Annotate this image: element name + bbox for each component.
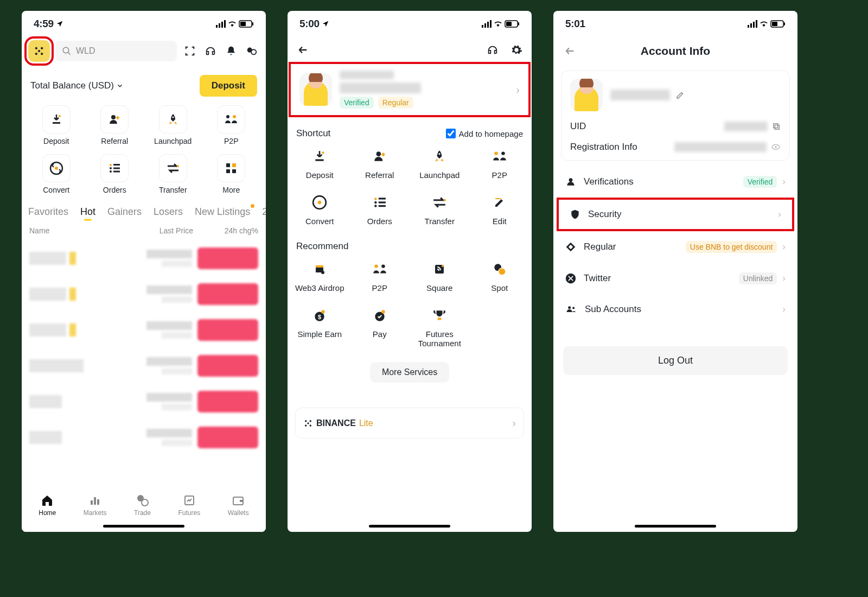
status-time: 5:01 xyxy=(565,18,585,29)
back-button[interactable] xyxy=(295,42,310,58)
location-icon xyxy=(56,20,63,28)
scan-icon xyxy=(184,45,196,57)
profile-card[interactable]: Verified Regular › xyxy=(292,65,527,114)
deposit-icon xyxy=(312,149,327,163)
p2p-icon xyxy=(372,263,387,276)
rc-futures-tournament[interactable]: Futures Tournament xyxy=(410,306,470,348)
headset-icon xyxy=(205,45,216,57)
rc-pay[interactable]: Pay xyxy=(350,306,410,348)
tab-trade[interactable]: Trade xyxy=(134,494,151,517)
tab-favorites[interactable]: Favorites xyxy=(28,206,68,218)
sc-convert[interactable]: Convert xyxy=(290,193,350,226)
tile-deposit[interactable]: Deposit xyxy=(27,105,86,145)
signal-icon xyxy=(482,20,492,28)
item-twitter[interactable]: Twitter Unlinked› xyxy=(553,263,797,294)
tab-losers[interactable]: Losers xyxy=(154,206,183,218)
item-sub-accounts[interactable]: Sub Accounts › xyxy=(553,294,797,325)
tile-convert[interactable]: Convert xyxy=(27,154,86,194)
sc-referral[interactable]: Referral xyxy=(350,147,410,180)
sc-launchpad[interactable]: Launchpad xyxy=(410,147,470,180)
account-title-row: Account Info xyxy=(553,37,797,65)
tab-new-listings[interactable]: New Listings xyxy=(195,206,250,218)
list-item[interactable] xyxy=(22,348,266,384)
wallet-connect-button[interactable] xyxy=(244,43,259,59)
tab-markets[interactable]: Markets xyxy=(84,494,107,517)
svg-rect-49 xyxy=(379,198,386,199)
svg-point-42 xyxy=(376,151,381,156)
back-button[interactable] xyxy=(562,43,577,59)
sc-p2p[interactable]: P2P xyxy=(470,147,530,180)
wifi-icon xyxy=(758,20,769,28)
more-services-button[interactable]: More Services xyxy=(370,362,449,383)
settings-button[interactable] xyxy=(509,42,524,58)
shortcut-grid: Deposit Referral Launchpad P2P Convert O… xyxy=(288,143,532,229)
logout-button[interactable]: Log Out xyxy=(563,346,788,375)
tile-referral[interactable]: Referral xyxy=(86,105,144,145)
notifications-button[interactable] xyxy=(224,43,239,59)
svg-rect-7 xyxy=(37,49,40,52)
list-item[interactable] xyxy=(22,384,266,420)
balance-label[interactable]: Total Balance (USD) xyxy=(30,80,124,91)
list-item[interactable] xyxy=(22,312,266,348)
sc-orders[interactable]: Orders xyxy=(350,193,410,226)
spot-icon xyxy=(493,262,507,276)
tab-wallets[interactable]: Wallets xyxy=(228,494,249,517)
user-icon xyxy=(565,176,576,187)
list-item[interactable] xyxy=(22,240,266,276)
trade-icon xyxy=(136,494,149,507)
profile-avatar-button[interactable] xyxy=(28,40,50,62)
market-tabs: Favorites Hot Gainers Losers New Listing… xyxy=(22,198,266,221)
search-input[interactable]: WLD xyxy=(55,41,177,61)
eye-icon[interactable] xyxy=(771,142,781,152)
uid-row: UID xyxy=(570,121,781,132)
svg-point-64 xyxy=(499,268,506,275)
avatar xyxy=(299,73,332,106)
svg-rect-57 xyxy=(316,265,323,268)
rc-square[interactable]: Square xyxy=(410,259,470,293)
svg-rect-31 xyxy=(94,497,96,505)
tile-transfer[interactable]: Transfer xyxy=(144,154,202,194)
edit-icon xyxy=(493,196,506,209)
sc-transfer[interactable]: Transfer xyxy=(410,193,470,226)
home-indicator xyxy=(103,525,184,528)
item-security[interactable]: Security › xyxy=(558,199,793,230)
svg-point-23 xyxy=(110,170,112,173)
support-button[interactable] xyxy=(203,43,218,59)
scan-button[interactable] xyxy=(182,43,197,59)
svg-rect-74 xyxy=(309,424,311,427)
svg-point-14 xyxy=(172,117,174,118)
tab-hot[interactable]: Hot xyxy=(80,206,95,218)
list-item[interactable] xyxy=(22,420,266,455)
item-regular[interactable]: Regular Use BNB to get discount› xyxy=(553,231,797,263)
tab-more[interactable]: 2 xyxy=(262,206,266,218)
binance-lite-row[interactable]: BINANCE Lite › xyxy=(295,408,524,439)
copy-icon[interactable] xyxy=(772,122,781,131)
deposit-button[interactable]: Deposit xyxy=(200,75,257,97)
edit-icon[interactable] xyxy=(675,90,685,100)
svg-point-44 xyxy=(494,151,497,155)
rc-spot[interactable]: Spot xyxy=(470,259,530,293)
tile-orders[interactable]: Orders xyxy=(86,154,144,194)
rc-p2p[interactable]: P2P xyxy=(350,259,410,293)
profile-text: Verified Regular xyxy=(340,71,508,109)
sc-edit[interactable]: Edit xyxy=(470,193,530,226)
rc-earn[interactable]: $Simple Earn xyxy=(290,306,350,348)
add-to-homepage-checkbox[interactable]: Add to homepage xyxy=(446,129,523,138)
rc-web3[interactable]: Web3 Airdrop xyxy=(290,259,350,293)
tab-gainers[interactable]: Gainers xyxy=(107,206,142,218)
add-homepage-input[interactable] xyxy=(446,129,456,138)
list-item[interactable] xyxy=(22,276,266,312)
orders-icon xyxy=(373,196,386,208)
svg-rect-75 xyxy=(307,422,309,424)
home-icon xyxy=(41,494,54,507)
sc-deposit[interactable]: Deposit xyxy=(290,147,350,180)
tile-p2p[interactable]: P2P xyxy=(202,105,261,145)
support-button[interactable] xyxy=(485,42,500,58)
tile-more[interactable]: More xyxy=(202,154,261,194)
item-verifications[interactable]: Verifications Verified› xyxy=(553,166,797,198)
tab-futures[interactable]: Futures xyxy=(178,494,201,517)
tab-home[interactable]: Home xyxy=(39,494,56,517)
brand-text: BINANCE xyxy=(316,418,356,428)
tile-launchpad[interactable]: Launchpad xyxy=(144,105,202,145)
chevron-down-icon xyxy=(116,82,124,90)
